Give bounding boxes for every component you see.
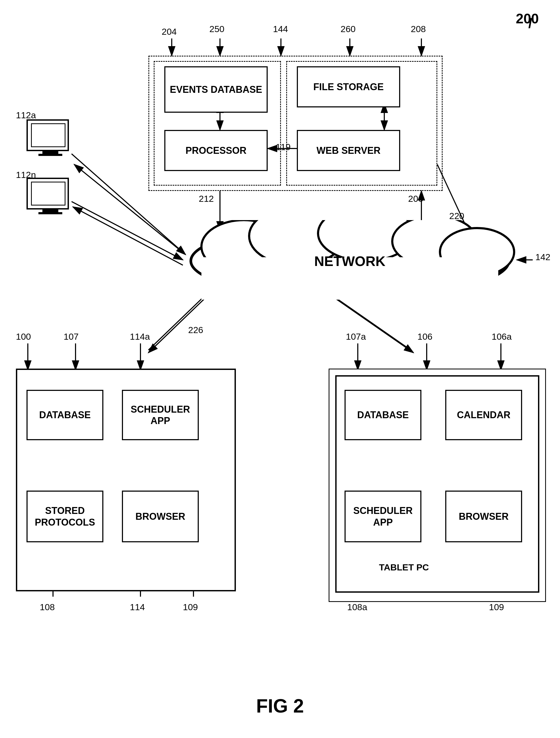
ref-108: 108: [40, 602, 55, 612]
ref-119: 119: [275, 142, 291, 152]
ref-212: 212: [199, 194, 214, 204]
monitor-112n: [26, 178, 74, 219]
diagram-number: 200: [516, 11, 539, 26]
ref-250: 250: [209, 24, 224, 34]
file-storage-box: FILE STORAGE: [297, 66, 400, 107]
events-database-box: EVENTS DATABASE: [164, 66, 268, 113]
ref-144: 144: [273, 24, 288, 34]
tablet-pc-label: TABLET PC: [379, 562, 429, 573]
fig-label: FIG 2: [256, 695, 304, 717]
file-storage-label: FILE STORAGE: [313, 81, 384, 92]
ref-112n: 112n: [16, 170, 36, 180]
ref-114a: 114a: [130, 332, 150, 342]
ref-142: 142: [535, 252, 550, 262]
right-browser-label: BROWSER: [459, 511, 509, 522]
ref-109-left: 109: [183, 602, 198, 612]
right-database-box: DATABASE: [345, 390, 421, 440]
left-browser-box: BROWSER: [122, 490, 199, 542]
ref-226: 226: [188, 325, 203, 335]
right-calendar-label: CALENDAR: [457, 409, 510, 421]
processor-box: PROCESSOR: [164, 130, 268, 171]
ref-109-right: 109: [489, 602, 504, 612]
right-calendar-box: CALENDAR: [445, 390, 522, 440]
left-database-box: DATABASE: [26, 390, 103, 440]
left-browser-label: BROWSER: [135, 511, 185, 522]
ref-106: 106: [418, 332, 433, 342]
web-server-box: WEB SERVER: [297, 130, 400, 171]
web-server-label: WEB SERVER: [317, 145, 380, 156]
ref-204: 204: [162, 26, 177, 37]
ref-260: 260: [341, 24, 356, 34]
ref-206: 206: [408, 194, 423, 204]
events-database-label: EVENTS DATABASE: [170, 84, 262, 95]
left-stored-protocols-label: STORED PROTOCOLS: [28, 505, 102, 528]
ref-100: 100: [16, 332, 31, 342]
ref-106a: 106a: [492, 332, 512, 342]
network-cloud: NETWORK: [175, 220, 525, 302]
right-scheduler-box: SCHEDULER APP: [345, 490, 421, 542]
left-scheduler-box: SCHEDULER APP: [122, 390, 199, 440]
diagram: 200 /: [0, 0, 560, 738]
ref-112a: 112a: [16, 110, 36, 120]
right-scheduler-label: SCHEDULER APP: [346, 505, 420, 528]
ref-107a: 107a: [346, 332, 366, 342]
network-label: NETWORK: [314, 253, 386, 269]
right-browser-box: BROWSER: [445, 490, 522, 542]
svg-line-19: [72, 202, 183, 260]
processor-label: PROCESSOR: [185, 145, 246, 156]
left-scheduler-label: SCHEDULER APP: [123, 404, 198, 426]
ref-108a: 108a: [347, 602, 367, 612]
ref-107: 107: [64, 332, 79, 342]
monitor-112a: [26, 119, 74, 160]
ref-208: 208: [411, 24, 426, 34]
svg-line-20: [73, 207, 183, 265]
right-database-label: DATABASE: [357, 409, 409, 421]
left-stored-protocols-box: STORED PROTOCOLS: [26, 490, 103, 542]
left-database-label: DATABASE: [39, 409, 91, 421]
ref-220: 220: [449, 211, 464, 221]
ref-114: 114: [130, 602, 145, 612]
